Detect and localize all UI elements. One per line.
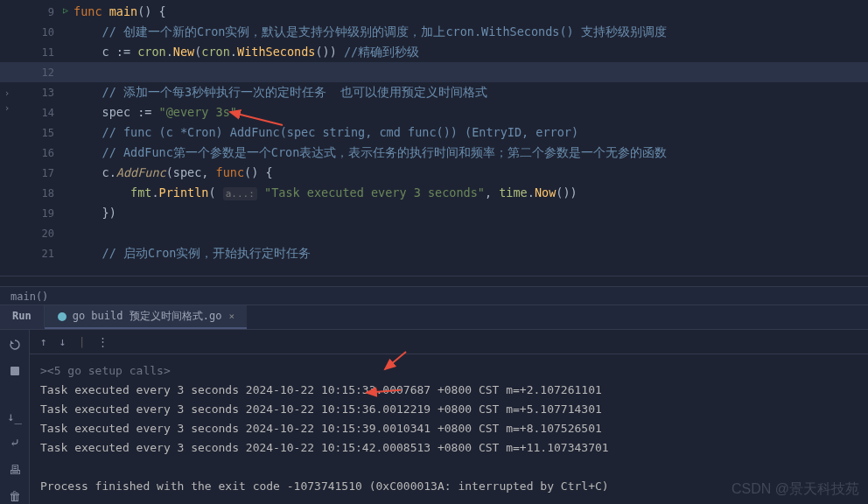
editor-area: 9 ▷ 10 11 12 13 14 15 16 17 18 19 20 21 … <box>0 0 868 276</box>
console: ↑ ↓ | ⋮ ><5 go setup calls> Task execute… <box>30 330 868 504</box>
print-button[interactable]: 🖶 <box>6 461 24 477</box>
run-panel: ↓̲ ⤶ 🖶 🗑 ↑ ↓ | ⋮ ><5 go setup calls> Tas… <box>0 330 868 504</box>
go-file-icon <box>57 312 67 322</box>
scroll-to-end-button[interactable]: ↓̲ <box>6 409 24 424</box>
gutter-line[interactable]: 17 <box>0 163 70 183</box>
clear-button[interactable]: 🗑 <box>6 488 24 504</box>
code-editor[interactable]: func main() { // 创建一个新的Cron实例，默认是支持分钟级别的… <box>70 0 868 276</box>
line-gutter: 9 ▷ 10 11 12 13 14 15 16 17 18 19 20 21 <box>0 0 70 276</box>
soft-wrap-button[interactable]: ⤶ <box>6 435 24 451</box>
watermark: CSDN @景天科技苑 <box>732 480 859 499</box>
svg-rect-1 <box>10 367 19 375</box>
gutter-line[interactable]: 11 <box>0 42 70 62</box>
run-config-tab[interactable]: go build 预定义时间格式.go × <box>45 305 247 329</box>
gutter-line[interactable]: 12 <box>0 62 70 82</box>
gutter-line[interactable]: 9 ▷ <box>0 2 70 22</box>
stop-button[interactable] <box>6 363 24 379</box>
margin-markers: › › <box>0 88 14 114</box>
rerun-button[interactable] <box>6 337 24 353</box>
gutter-line[interactable]: 19 <box>0 203 70 223</box>
tool-window-tabs: Run go build 预定义时间格式.go × <box>0 305 868 330</box>
run-gutter-icon[interactable]: ▷ <box>63 5 68 15</box>
console-header: ↑ ↓ | ⋮ <box>30 330 868 354</box>
gutter-line[interactable]: 20 <box>0 223 70 243</box>
svg-point-0 <box>58 312 66 321</box>
run-tool-tab[interactable]: Run <box>0 305 45 329</box>
horizontal-scrollbar[interactable] <box>0 276 868 286</box>
close-tab-icon[interactable]: × <box>228 311 234 322</box>
gutter-line[interactable]: 21 <box>0 243 70 263</box>
run-toolbar: ↓̲ ⤶ 🖶 🗑 <box>0 330 30 504</box>
gutter-line[interactable]: 15 <box>0 122 70 143</box>
gutter-line[interactable]: 10 <box>0 22 70 42</box>
gutter-line[interactable]: 16 <box>0 143 70 163</box>
up-icon[interactable]: ↑ <box>40 335 47 348</box>
breadcrumb[interactable]: main() <box>0 286 868 305</box>
gutter-line[interactable]: 18 <box>0 183 70 203</box>
down-icon[interactable]: ↓ <box>60 335 66 348</box>
more-icon[interactable]: ⋮ <box>97 335 108 348</box>
